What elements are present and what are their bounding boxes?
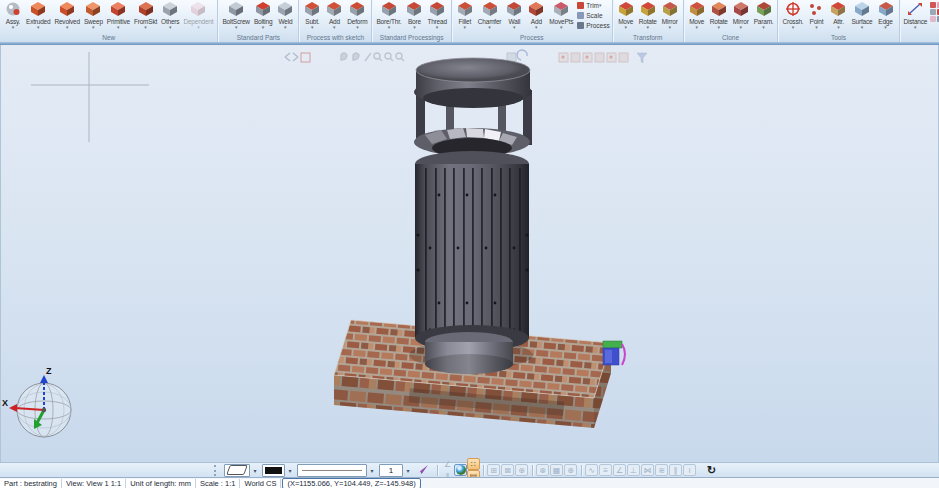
chevron-down-icon: ▾ — [762, 25, 765, 29]
view-tool-button-3-7[interactable]: ∥ — [669, 464, 682, 476]
orientation-gizmo[interactable]: Z X — [2, 366, 71, 437]
ribbon-item-chamfer[interactable]: Chamfer▾ — [476, 0, 504, 29]
ribbon-item-extruded[interactable]: Extruded▾ — [24, 0, 52, 29]
ribbon-item-edge[interactable]: Edge▾ — [875, 0, 897, 29]
ribbon-group-label: New — [2, 33, 215, 42]
ribbon-item-mirror[interactable]: Mirror▾ — [730, 0, 752, 29]
ribbon-item-attr[interactable]: Attr.▾ — [827, 0, 849, 29]
line-color-combo[interactable] — [262, 464, 285, 477]
ribbon-group-items: Bore/Thr.▾Bore▾Thread▾ — [374, 0, 448, 33]
ribbon-item-add[interactable]: Add▾ — [323, 0, 345, 29]
chevron-down-icon: ▾ — [837, 25, 840, 29]
hcm-mini-icon[interactable] — [930, 16, 936, 22]
ribbon-item-move[interactable]: Move▾ — [615, 0, 637, 29]
ribbon-item-subt[interactable]: Subt.▾ — [301, 0, 323, 29]
ribbon-item-surface[interactable]: Surface▾ — [849, 0, 874, 29]
ribbon-item-fromskt[interactable]: FromSkt▾ — [132, 0, 159, 29]
mirror-icon — [661, 1, 679, 17]
edge-icon — [877, 1, 895, 17]
boundary-style-icon — [226, 465, 248, 475]
ribbon-item-scale[interactable]: Scale — [577, 10, 609, 20]
chevron-down-icon: ▾ — [717, 25, 720, 29]
view-tool-button-3-3[interactable]: ∠ — [613, 464, 626, 476]
view-tool-button-3-6[interactable]: ≋ — [655, 464, 668, 476]
bottom-toolbar: ▾ ▾ ▾ 1 ▾ ∠∥ ∷▤ ⊞⊠⊕⊗▦⊕∿≡∠⊥⋈≋∥≀ ↻ — [0, 462, 939, 477]
ribbon-item-fillet[interactable]: Fillet▾ — [454, 0, 476, 29]
brush-icon[interactable] — [418, 464, 431, 476]
ribbon-item-move[interactable]: Move▾ — [686, 0, 708, 29]
ribbon-item-movepts[interactable]: MovePts▾ — [547, 0, 575, 29]
line-width-caret[interactable]: ▾ — [404, 467, 412, 474]
viewport-3d[interactable]: Z X — [0, 45, 939, 462]
line-width-combo[interactable]: 1 — [379, 464, 403, 477]
view-tool-button-2-3[interactable]: ⊕ — [564, 464, 577, 476]
display-mode-button-1[interactable]: ∷ — [467, 458, 480, 470]
chevron-down-icon: ▾ — [235, 25, 238, 29]
add-icon — [527, 1, 545, 17]
chevron-down-icon: ▾ — [169, 25, 172, 29]
view-tool-button-3-4[interactable]: ⊥ — [627, 464, 640, 476]
ribbon-group-items: Distance▾Coinc...▾Drag▾Tools▾ — [902, 0, 939, 33]
hcm-mini-icons[interactable] — [930, 2, 939, 22]
boundary-style-combo[interactable] — [224, 464, 250, 477]
ribbon-item-bolting[interactable]: Bolting▾ — [252, 0, 274, 29]
extruded-icon — [29, 1, 47, 17]
ribbon-item-sweep[interactable]: Sweep▾ — [82, 0, 105, 29]
ribbon-item-revolved[interactable]: Revolved▾ — [52, 0, 82, 29]
ribbon-item-add[interactable]: Add▾ — [525, 0, 547, 29]
ribbon-item-deform[interactable]: Deform▾ — [345, 0, 369, 29]
ribbon-item-primitive[interactable]: Primitive▾ — [105, 0, 132, 29]
chevron-down-icon: ▾ — [92, 25, 95, 29]
ribbon-item-mirror[interactable]: Mirror▾ — [659, 0, 681, 29]
weld-icon — [276, 1, 294, 17]
ribbon-item-wall[interactable]: Wall▾ — [503, 0, 525, 29]
ribbon-item-boltscrew[interactable]: BoltScrew▾ — [220, 0, 251, 29]
view-tool-button-1-2[interactable]: ⊠ — [501, 464, 514, 476]
gizmo-x-label: X — [2, 398, 8, 408]
boundary-style-caret[interactable]: ▾ — [251, 467, 259, 474]
ribbon-item-rotate[interactable]: Rotate▾ — [708, 0, 730, 29]
fillet-icon — [456, 1, 474, 17]
snap-icon-1[interactable]: ∠ — [441, 458, 454, 470]
anchor-marker[interactable] — [603, 341, 625, 365]
view-tool-button-2-1[interactable]: ⊗ — [536, 464, 549, 476]
chevron-down-icon: ▾ — [356, 25, 359, 29]
ribbon-item-bore[interactable]: Bore▾ — [403, 0, 425, 29]
ribbon-item-distance[interactable]: Distance▾ — [902, 0, 930, 29]
line-style-caret[interactable]: ▾ — [368, 467, 376, 474]
ribbon-item-others[interactable]: Others▾ — [159, 0, 181, 29]
ribbon-item-trim[interactable]: Trim▾ — [577, 0, 609, 10]
ribbon-item-thread[interactable]: Thread▾ — [425, 0, 448, 29]
ribbon-item-bore-thr[interactable]: Bore/Thr.▾ — [374, 0, 403, 29]
view-tool-button-3-2[interactable]: ≡ — [599, 464, 612, 476]
ribbon-item-point[interactable]: Point▾ — [805, 0, 827, 29]
toolbar-grip[interactable] — [214, 465, 220, 476]
ribbon-group-items: Crossh.▾Point▾Attr.▾Surface▾Edge▾ — [780, 0, 896, 33]
status-coordinates: (X=1155.066, Y=104.449, Z=-145.948) — [282, 478, 420, 488]
model-trash-bin[interactable] — [414, 58, 532, 374]
view-tool-button-2-2[interactable]: ▦ — [550, 464, 563, 476]
view-tool-button-3-1[interactable]: ∿ — [585, 464, 598, 476]
chevron-down-icon: ▾ — [739, 25, 742, 29]
refresh-button[interactable]: ↻ — [701, 463, 722, 478]
ribbon-item-assy[interactable]: Assy.▾ — [2, 0, 24, 29]
chevron-down-icon: ▾ — [914, 25, 917, 29]
line-color-caret[interactable]: ▾ — [286, 467, 294, 474]
chevron-down-icon: ▾ — [413, 25, 416, 29]
view-tool-button-1-1[interactable]: ⊞ — [487, 464, 500, 476]
hcm-mini-icon[interactable] — [930, 9, 936, 15]
ribbon-item-weld[interactable]: Weld▾ — [274, 0, 296, 29]
ribbon-item-process[interactable]: Process — [577, 20, 609, 30]
ribbon-item-rotate[interactable]: Rotate▾ — [637, 0, 659, 29]
view-tool-button-3-5[interactable]: ⋈ — [641, 464, 654, 476]
render-mode-button[interactable] — [454, 464, 467, 476]
view-tool-button-3-8[interactable]: ≀ — [683, 464, 696, 476]
others-icon — [161, 1, 179, 17]
ribbon-item-param[interactable]: Param.▾ — [752, 0, 776, 29]
ribbon-group-process-with-sketch: Subt.▾Add▾Deform▾Process with sketch — [299, 0, 372, 42]
view-tool-button-1-3[interactable]: ⊕ — [515, 464, 528, 476]
ribbon-item-label: Trim — [586, 2, 599, 9]
ribbon-item-crossh[interactable]: Crossh.▾ — [780, 0, 805, 29]
hcm-mini-icon[interactable] — [930, 2, 936, 8]
line-style-combo[interactable] — [297, 464, 367, 477]
